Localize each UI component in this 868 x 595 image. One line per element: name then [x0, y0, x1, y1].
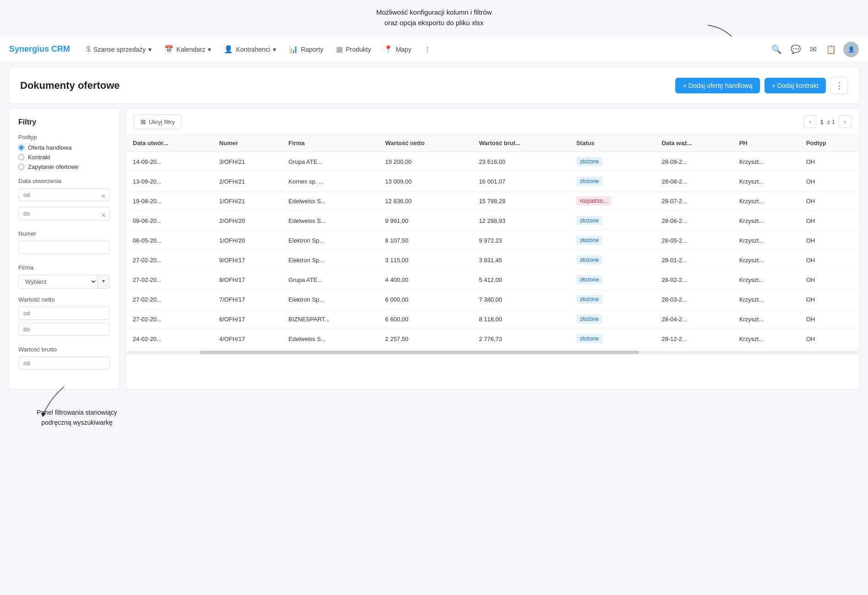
nav-more-button[interactable]: ⋮	[419, 42, 436, 57]
cell-ph-7[interactable]: Krzyszt...	[733, 290, 800, 309]
nav-chevron-kalendarz: ▾	[208, 46, 211, 53]
table-scroll-container[interactable]: Data utwór... Numer Firma Wartość netto …	[126, 135, 859, 356]
cell-date-0: 14-09-20...	[126, 151, 213, 172]
hide-filters-button[interactable]: ⊠ Ukryj filtry	[134, 114, 182, 129]
col-header-netto[interactable]: Wartość netto	[379, 135, 472, 151]
mail-button[interactable]: ✉	[808, 43, 819, 56]
cell-firm-6[interactable]: Grupa ATE...	[282, 270, 379, 290]
nav-items: $ Szanse sprzedaży ▾ 📅 Kalendarz ▾ 👤 Kon…	[81, 41, 770, 57]
user-avatar[interactable]: 👤	[843, 42, 859, 57]
current-page: 1	[820, 119, 823, 125]
col-header-number[interactable]: Numer	[213, 135, 282, 151]
add-offer-button[interactable]: + Dodaj ofertę handlową	[675, 78, 760, 93]
brand-logo[interactable]: Synergius CRM	[9, 44, 70, 54]
cell-ph-1[interactable]: Krzyszt...	[733, 172, 800, 191]
filter-netto-to[interactable]	[18, 323, 110, 336]
nav-item-kalendarz[interactable]: 📅 Kalendarz ▾	[159, 41, 217, 57]
radio-oferta-input[interactable]	[18, 145, 24, 151]
horizontal-scrollbar[interactable]	[126, 351, 859, 354]
cell-ph-2[interactable]: Krzyszt...	[733, 191, 800, 211]
cell-status-2: rozpatrzo...	[570, 191, 656, 211]
search-button[interactable]: 🔍	[770, 43, 783, 56]
cell-firm-4[interactable]: Elektron Sp...	[282, 231, 379, 250]
nav-item-szanse[interactable]: $ Szanse sprzedaży ▾	[81, 42, 157, 57]
filter-brutto-from[interactable]	[18, 357, 110, 370]
cell-firm-3[interactable]: Edelweiss S...	[282, 211, 379, 231]
cell-ph-6[interactable]: Krzyszt...	[733, 270, 800, 290]
filter-number-label: Numer	[18, 230, 110, 237]
col-header-brutto[interactable]: Wartość brut...	[472, 135, 570, 151]
filter-radio-zapytanie[interactable]: Zapytanie ofertowe	[18, 163, 110, 170]
cell-number-3[interactable]: 2/OFH/20	[213, 211, 282, 231]
filter-company-chevron[interactable]: ▾	[97, 275, 109, 288]
cell-brutto-8: 8 118,00	[472, 309, 570, 329]
calendar-button[interactable]: 📋	[824, 43, 838, 56]
table-toolbar: ⊠ Ukryj filtry ‹ 1 z 1 ›	[126, 109, 859, 135]
nav-icon-raporty: 📊	[289, 45, 298, 54]
cell-firm-0[interactable]: Grupa ATE...	[282, 151, 379, 172]
filter-netto-from[interactable]	[18, 307, 110, 320]
cell-firm-1[interactable]: Kornex sp. ...	[282, 172, 379, 191]
filter-date-to-clear[interactable]: ✕	[101, 211, 106, 219]
cell-firm-8[interactable]: BIZNESPART...	[282, 309, 379, 329]
cell-number-8[interactable]: 6/OFH/17	[213, 309, 282, 329]
chat-button[interactable]: 💬	[789, 43, 803, 56]
nav-item-kontrahenci[interactable]: 👤 Kontrahenci ▾	[218, 41, 282, 57]
filter-company-select[interactable]: Wybierz	[19, 275, 97, 288]
radio-zapytanie-input[interactable]	[18, 164, 24, 170]
cell-number-1[interactable]: 2/OFH/21	[213, 172, 282, 191]
data-table: Data utwór... Numer Firma Wartość netto …	[126, 135, 859, 349]
cell-number-7[interactable]: 7/OFH/17	[213, 290, 282, 309]
radio-kontrakt-input[interactable]	[18, 154, 24, 160]
cell-date-exp-3: 28-06-2...	[655, 211, 732, 231]
cell-number-5[interactable]: 9/OFH/17	[213, 250, 282, 270]
nav-item-mapy[interactable]: 📍 Mapy	[378, 41, 417, 57]
filter-date-to-wrap: ✕	[18, 207, 110, 223]
page-more-button[interactable]: ⋮	[830, 77, 848, 94]
cell-ph-3[interactable]: Krzyszt...	[733, 211, 800, 231]
nav-icon-kontrahenci: 👤	[224, 45, 233, 54]
filter-radio-kontrakt[interactable]: Kontrakt	[18, 154, 110, 161]
filter-date-from[interactable]	[18, 188, 110, 201]
filter-date-label: Data utworzenia	[18, 178, 110, 184]
col-header-firm[interactable]: Firma	[282, 135, 379, 151]
filter-netto-section: Wartość netto	[18, 296, 110, 339]
nav-item-raporty[interactable]: 📊 Raporty	[283, 41, 329, 57]
scrollbar-thumb[interactable]	[200, 351, 639, 354]
filter-date-from-clear[interactable]: ✕	[101, 193, 106, 200]
cell-number-9[interactable]: 4/OFH/17	[213, 329, 282, 349]
filter-radio-oferta[interactable]: Oferta handlowa	[18, 144, 110, 151]
cell-date-exp-7: 28-03-2...	[655, 290, 732, 309]
cell-brutto-7: 7 380,00	[472, 290, 570, 309]
col-header-subtype[interactable]: Podtyp	[800, 135, 859, 151]
nav-item-produkty[interactable]: ▦ Produkty	[331, 41, 376, 57]
cell-firm-2[interactable]: Edelweiss S...	[282, 191, 379, 211]
nav-label-produkty: Produkty	[346, 46, 371, 53]
col-header-status[interactable]: Status	[570, 135, 656, 151]
cell-netto-9: 2 257,50	[379, 329, 472, 349]
cell-number-0[interactable]: 3/OFH/21	[213, 151, 282, 172]
cell-ph-9[interactable]: Krzyszt...	[733, 329, 800, 349]
cell-netto-4: 8 107,50	[379, 231, 472, 250]
col-header-ph[interactable]: PH	[733, 135, 800, 151]
prev-page-button[interactable]: ‹	[803, 115, 816, 128]
col-header-date-exp[interactable]: Data waż...	[655, 135, 732, 151]
cell-firm-9[interactable]: Edelweiss S...	[282, 329, 379, 349]
cell-number-6[interactable]: 8/OFH/17	[213, 270, 282, 290]
cell-firm-5[interactable]: Elektron Sp...	[282, 250, 379, 270]
table-header-row: Data utwór... Numer Firma Wartość netto …	[126, 135, 859, 151]
filter-number-input[interactable]	[18, 241, 110, 254]
next-page-button[interactable]: ›	[839, 115, 852, 128]
cell-ph-0[interactable]: Krzyszt...	[733, 151, 800, 172]
add-contract-button[interactable]: + Dodaj kontrakt	[765, 78, 826, 93]
radio-zapytanie-label: Zapytanie ofertowe	[28, 163, 79, 170]
cell-number-4[interactable]: 1/OFH/20	[213, 231, 282, 250]
cell-firm-7[interactable]: Elektron Sp...	[282, 290, 379, 309]
filter-date-to[interactable]	[18, 207, 110, 220]
cell-ph-5[interactable]: Krzyszt...	[733, 250, 800, 270]
cell-subtype-8: OH	[800, 309, 859, 329]
cell-ph-4[interactable]: Krzyszt...	[733, 231, 800, 250]
col-header-date[interactable]: Data utwór...	[126, 135, 213, 151]
cell-number-2[interactable]: 1/OFH/21	[213, 191, 282, 211]
cell-ph-8[interactable]: Krzyszt...	[733, 309, 800, 329]
